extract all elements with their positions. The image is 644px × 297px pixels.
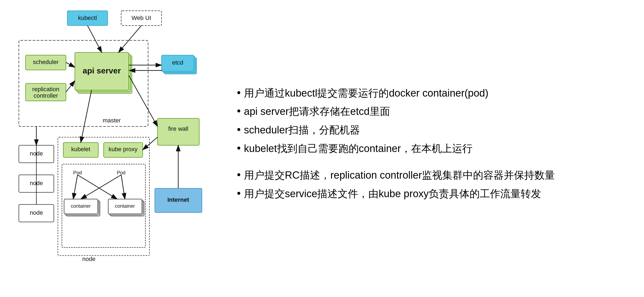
bullet-dot-5: •	[237, 166, 241, 183]
rc-label2: controller	[34, 92, 58, 99]
bullet-item-5: • 用户提交RC描述，replication controller监视集群中的容…	[237, 167, 628, 183]
bullet-item-2: • api server把请求存储在etcd里面	[237, 103, 628, 120]
bullet-text-3: scheduler扫描，分配机器	[244, 122, 360, 138]
arrow-apiserver-kubelet	[81, 90, 92, 143]
kubeproxy-label: kube proxy	[108, 146, 138, 153]
bullet-dot-1: •	[237, 84, 241, 101]
bullet-item-3: • scheduler扫描，分配机器	[237, 122, 628, 138]
bullet-dot-6: •	[237, 185, 241, 202]
kubelet-label: kubelet	[71, 146, 90, 153]
container2-label: container	[115, 203, 135, 209]
rc-label1: replication	[32, 86, 59, 93]
internet-label: Internet	[167, 196, 189, 203]
bullet-dot-3: •	[237, 121, 241, 138]
pod2-label: Pod	[117, 170, 125, 175]
right-section: • 用户通过kubectl提交需要运行的docker container(pod…	[221, 0, 644, 297]
arrow-rc-apiserver	[66, 81, 75, 92]
master-label: master	[103, 117, 121, 124]
firewall-label1: fire wall	[168, 125, 188, 132]
arrow-webui-apiserver	[118, 26, 141, 52]
bullet-item-1: • 用户通过kubectl提交需要运行的docker container(pod…	[237, 85, 628, 101]
bullet-group-2: • 用户提交RC描述，replication controller监视集群中的容…	[237, 167, 628, 204]
bullet-item-4: • kubelet找到自己需要跑的container，在本机上运行	[237, 140, 628, 157]
arrow-scheduler-apiserver	[66, 62, 75, 67]
pod1-label: Pod	[73, 170, 82, 175]
arrow-kubectl-apiserver	[88, 26, 102, 52]
etcd-label: etcd	[172, 59, 183, 66]
bullet-text-6: 用户提交service描述文件，由kube proxy负责具体的工作流量转发	[244, 186, 541, 202]
bullet-text-4: kubelet找到自己需要跑的container，在本机上运行	[244, 140, 472, 157]
kubectl-label: kubectl	[78, 15, 97, 21]
bullet-text-5: 用户提交RC描述，replication controller监视集群中的容器并…	[244, 167, 555, 183]
scheduler-label: scheduler	[33, 59, 58, 65]
bullet-dot-2: •	[237, 102, 241, 119]
bullet-item-6: • 用户提交service描述文件，由kube proxy负责具体的工作流量转发	[237, 186, 628, 202]
node3-label: node	[30, 209, 43, 216]
bullet-dot-4: •	[237, 139, 241, 157]
arrow-apiserver-firewall	[129, 75, 158, 126]
container1-label: container	[71, 203, 91, 209]
bullet-group-1: • 用户通过kubectl提交需要运行的docker container(pod…	[237, 85, 628, 159]
node-container-label: node	[82, 256, 96, 262]
apiserver-label: api server	[83, 66, 121, 75]
webui-label: Web UI	[132, 15, 151, 21]
diagram-section: kubectl Web UI master scheduler replicat…	[0, 0, 221, 297]
bullet-text-1: 用户通过kubectl提交需要运行的docker container(pod)	[244, 85, 488, 101]
bullet-text-2: api server把请求存储在etcd里面	[244, 103, 390, 120]
arrow-firewall-kubeproxy	[143, 137, 158, 150]
